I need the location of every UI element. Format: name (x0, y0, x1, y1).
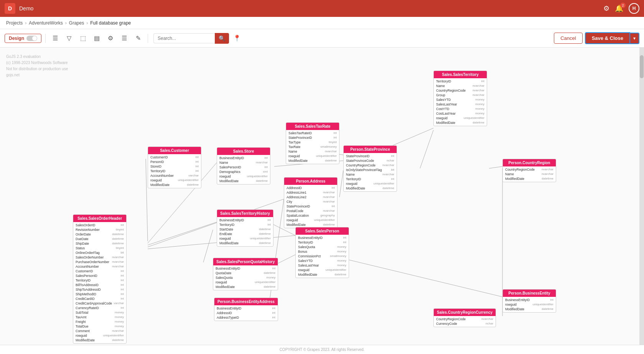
field-name: TerritoryID (150, 169, 165, 173)
field-name: CountryRegionCode (505, 168, 535, 171)
user-avatar[interactable]: H (629, 3, 639, 14)
table-field: TaxTypetinyint (288, 140, 338, 145)
field-type: int (121, 278, 124, 282)
field-type: datetime (112, 232, 124, 236)
cancel-button[interactable]: Cancel (554, 33, 582, 44)
search-button[interactable]: 🔍 (215, 33, 229, 44)
field-name: SubTotal (76, 311, 88, 314)
field-name: CommissionPct (298, 254, 321, 258)
field-type: datetime (112, 338, 124, 342)
table-field: BusinessEntityIDint (297, 235, 347, 240)
field-type: nvarchar (256, 161, 268, 165)
table-field: ModifiedDatedatetime (288, 158, 338, 163)
table-salesTaxRate[interactable]: Sales.SalesTaxRateSalesTaxRateIDintState… (286, 122, 339, 164)
table-stateProvince[interactable]: Person.StateProvinceStateProvinceIDintSt… (343, 145, 397, 192)
field-type: int (121, 297, 124, 301)
field-type: money (115, 315, 124, 319)
top-bar-right: ⚙ 🔔 2 H (603, 3, 639, 14)
image-icon[interactable]: ⬚ (77, 33, 89, 44)
field-name: Status (76, 246, 85, 250)
table-businessEntity[interactable]: Person.BusinessEntityBusinessEntityIDint… (502, 289, 556, 313)
layers-icon[interactable]: ☰ (49, 33, 61, 44)
search-input[interactable] (153, 33, 215, 43)
table-field: EndDatedatetime (219, 232, 272, 236)
settings-icon[interactable]: ⚙ (105, 33, 116, 44)
table-header-salesPersonQuotaHistory: Sales.SalesPersonQuotaHistory (213, 258, 278, 265)
table-header-salesOrderHeader: Sales.SalesOrderHeader (73, 215, 126, 222)
pin-icon[interactable]: 📍 (231, 33, 243, 44)
field-name: ModifiedDate (436, 121, 455, 125)
table-field: CostLastYearmoney (435, 111, 485, 116)
table-store[interactable]: Sales.StoreBusinessEntityIDintNamenvarch… (217, 147, 270, 184)
table-salesTerritoryHistory[interactable]: Sales.SalesTerritoryHistoryBusinessEntit… (217, 209, 273, 247)
table-field: Namenvarchar (345, 172, 395, 177)
field-type: int (343, 240, 346, 244)
table-field: IsOnlyStateProvinceFlagbit (345, 168, 395, 172)
table-header-customer: Sales.Customer (148, 147, 201, 154)
field-type: uniqueidentifier (314, 218, 335, 222)
table-salesPersonQuotaHistory[interactable]: Sales.SalesPersonQuotaHistoryBusinessEnt… (213, 258, 278, 290)
field-name: StateProvinceCode (346, 159, 374, 163)
settings-icon[interactable]: ⚙ (603, 4, 609, 13)
field-name: IsOnlyStateProvinceFlag (346, 168, 382, 172)
table-field: PostalCodenvarchar (286, 209, 336, 213)
field-type: xml (263, 170, 268, 174)
table-salesPerson[interactable]: Sales.SalesPersonBusinessEntityIDintTerr… (295, 227, 349, 278)
table-customer[interactable]: Sales.CustomerCustomerIDintPersonIDintSt… (148, 147, 201, 188)
design-toggle[interactable]: Design (5, 34, 41, 43)
field-name: TerritoryID (76, 278, 91, 282)
field-type: int (265, 165, 268, 169)
table-field: rowguiduniqueidentifier (215, 280, 276, 285)
field-name: SalesOrderNumber (76, 255, 104, 259)
table-businessEntityAddress[interactable]: Person.BusinessEntityAddressBusinessEnti… (214, 298, 278, 321)
scrollbar-thumb[interactable] (640, 55, 644, 78)
field-name: SalesYTD (298, 259, 313, 263)
list-icon[interactable]: ☰ (119, 33, 130, 44)
table-field: SalesYTDmoney (435, 97, 485, 102)
table-body-salesPerson: BusinessEntityIDintTerritoryIDintSalesQu… (296, 235, 349, 278)
breadcrumb-projects[interactable]: Projects (6, 20, 23, 26)
scrollbar[interactable] (639, 48, 644, 345)
table-field: ShipDatedatetime (75, 241, 125, 246)
field-type: nvarchar (382, 173, 394, 176)
table-salesOrderHeader[interactable]: Sales.SalesOrderHeaderSalesOrderIDintRev… (73, 214, 127, 344)
field-name: ShipDate (76, 242, 89, 245)
field-type: int (391, 177, 394, 181)
breadcrumb-adventureworks[interactable]: AdventureWorks (29, 20, 63, 26)
breadcrumb-sep-3: › (86, 20, 88, 26)
table-salesTerritory[interactable]: Sales.SalesTerritoryTerritoryIDintNamenv… (433, 71, 487, 126)
field-name: DueDate (76, 237, 89, 241)
field-name: SalesLastYear (436, 102, 457, 106)
toggle-switch[interactable] (26, 36, 37, 41)
table-field: ModifiedDatedatetime (215, 285, 276, 289)
table-field: ModifiedDatedatetime (219, 179, 268, 183)
save-close-dropdown[interactable]: ▾ (630, 33, 639, 44)
field-name: Name (219, 161, 228, 165)
notification-icon[interactable]: 🔔 2 (615, 4, 623, 13)
edit-icon[interactable]: ✎ (132, 33, 144, 44)
table-body-countryRegionCurrency: CountryRegionCodenvarcharCurrencyCodench… (434, 316, 496, 327)
breadcrumb-grapes[interactable]: Grapes (69, 20, 84, 26)
table-address[interactable]: Person.AddressAddressIDintAddressLine1nv… (284, 177, 338, 228)
table-countryRegionCurrency[interactable]: Sales.CountryRegionCurrencyCountryRegion… (433, 308, 496, 327)
canvas-area[interactable]: GoJS 2.3 evaluation (c) 1998-2023 Northw… (0, 48, 644, 345)
table-field: ShipMethodIDint (75, 292, 125, 296)
field-name: CustomerID (150, 155, 168, 159)
table-header-salesTerritoryHistory: Sales.SalesTerritoryHistory (217, 210, 273, 217)
table-field: AddressLine1nvarchar (286, 190, 336, 195)
table-countryRegion[interactable]: Person.CountryRegionCountryRegionCodenva… (502, 159, 556, 182)
table-field: AddressLine2nvarchar (286, 195, 336, 199)
field-name: StateProvinceID (288, 136, 312, 140)
table-field: Commentnvarchar (75, 329, 125, 333)
table-field: rowguiduniqueidentifier (504, 302, 554, 307)
table-icon[interactable]: ▤ (91, 33, 102, 44)
field-name: Name (436, 84, 445, 88)
table-field: Groupnvarchar (435, 93, 485, 97)
save-close-button[interactable]: Save & Close (585, 32, 630, 44)
field-name: AddressLine2 (287, 195, 306, 199)
table-header-countryRegion: Person.CountryRegion (503, 159, 556, 166)
field-type: nvarchar (542, 172, 553, 176)
field-type: datetime (334, 273, 346, 277)
table-field: ModifiedDatedatetime (75, 338, 125, 342)
filter-icon[interactable]: ▽ (63, 33, 75, 44)
